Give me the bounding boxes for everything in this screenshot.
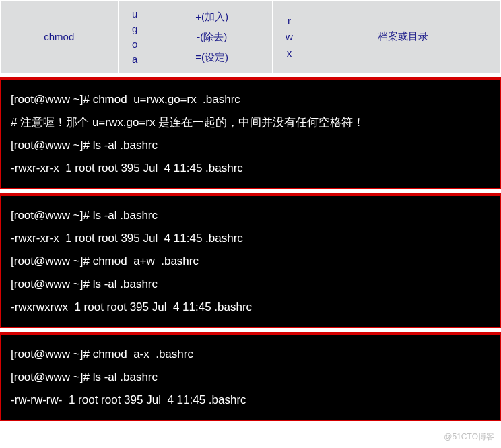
terminal-line: [root@www ~]# chmod u=rwx,go=rx .bashrc <box>11 88 490 111</box>
terminal-line: [root@www ~]# ls -al .bashrc <box>11 273 490 296</box>
terminal-line: [root@www ~]# ls -al .bashrc <box>11 204 490 227</box>
terminal-line: # 注意喔！那个 u=rwx,go=rx 是连在一起的，中间并没有任何空格符！ <box>11 111 490 134</box>
terminal-line: [root@www ~]# chmod a-x .bashrc <box>11 343 490 366</box>
syntax-who-cell: u g o a <box>118 1 152 73</box>
op-set: =(设定) <box>158 47 267 67</box>
who-o: o <box>124 37 146 53</box>
terminal-line: -rwxr-xr-x 1 root root 395 Jul 4 11:45 .… <box>11 157 490 180</box>
op-remove: -(除去) <box>158 27 267 47</box>
terminal-block-1: [root@www ~]# chmod u=rwx,go=rx .bashrc … <box>0 77 501 189</box>
terminal-block-3: [root@www ~]# chmod a-x .bashrc [root@ww… <box>0 332 501 421</box>
who-g: g <box>124 22 146 37</box>
who-u: u <box>124 7 146 22</box>
syntax-operator-cell: +(加入) -(除去) =(设定) <box>152 1 272 73</box>
terminal-line: -rw-rw-rw- 1 root root 395 Jul 4 11:45 .… <box>11 389 490 412</box>
terminal-line: [root@www ~]# ls -al .bashrc <box>11 366 490 389</box>
perm-r: r <box>278 13 300 29</box>
syntax-command-cell: chmod <box>1 1 119 73</box>
syntax-perm-cell: r w x <box>272 1 306 73</box>
terminal-line: [root@www ~]# chmod a+w .bashrc <box>11 250 490 273</box>
terminal-line: [root@www ~]# ls -al .bashrc <box>11 134 490 157</box>
op-add: +(加入) <box>158 7 267 27</box>
perm-x: x <box>278 45 300 61</box>
chmod-syntax-table: chmod u g o a +(加入) -(除去) =(设定) r w x 档案… <box>0 0 501 73</box>
terminal-line: -rwxr-xr-x 1 root root 395 Jul 4 11:45 .… <box>11 227 490 250</box>
syntax-target-cell: 档案或目录 <box>306 1 500 73</box>
who-a: a <box>124 52 146 67</box>
terminal-block-2: [root@www ~]# ls -al .bashrc -rwxr-xr-x … <box>0 193 501 328</box>
perm-w: w <box>278 29 300 45</box>
terminal-line: -rwxrwxrwx 1 root root 395 Jul 4 11:45 .… <box>11 296 490 319</box>
